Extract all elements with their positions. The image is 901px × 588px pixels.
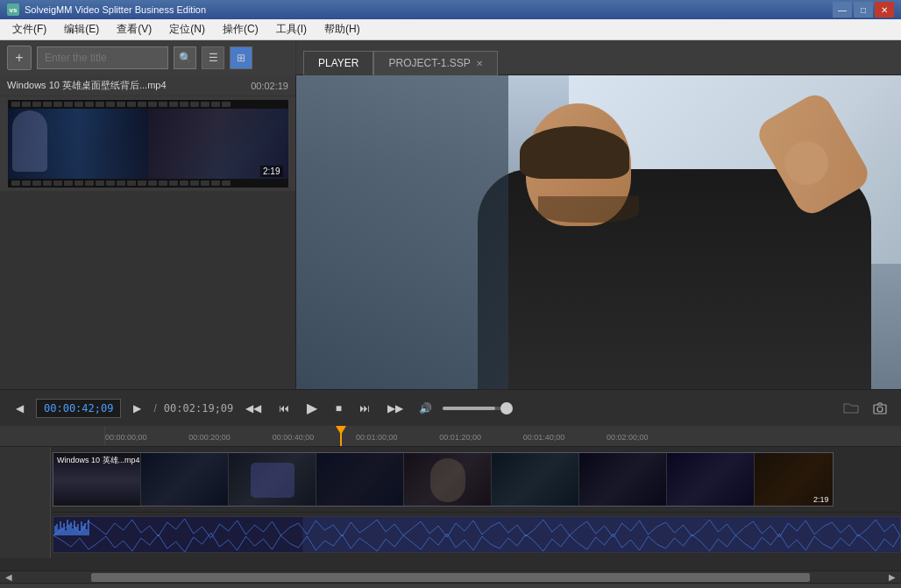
film-hole [74, 181, 83, 186]
film-hole [117, 102, 125, 107]
grid-icon: ⊞ [237, 52, 245, 64]
menu-tools[interactable]: 工具(I) [267, 19, 316, 40]
film-hole [22, 181, 31, 186]
total-time-display: 00:02:19;09 [164, 402, 233, 414]
film-hole [74, 102, 83, 107]
folder-icon-button[interactable] [840, 399, 862, 418]
window-title: SolveigMM Video Splitter Business Editio… [25, 4, 206, 15]
time-separator: / [153, 402, 156, 414]
film-hole [106, 181, 115, 186]
film-hole [85, 181, 94, 186]
film-hole [211, 181, 220, 186]
search-button[interactable]: 🔍 [174, 46, 196, 69]
maximize-button[interactable]: □ [854, 2, 873, 18]
stop-button[interactable]: ■ [330, 399, 347, 418]
menu-locate[interactable]: 定位(N) [160, 19, 214, 40]
prev-frame-button[interactable]: ◀ [11, 399, 29, 418]
film-hole [169, 102, 178, 107]
scroll-right-arrow[interactable]: ▶ [885, 572, 899, 582]
menu-help[interactable]: 帮助(H) [316, 19, 369, 40]
film-hole [127, 181, 136, 186]
video-clip[interactable]: Windows 10 英雄...mp4 2:19 [53, 452, 834, 507]
track-label-audio [0, 513, 51, 558]
tab-bar: PLAYER PROJECT-1.SSP ✕ [296, 40, 901, 75]
file-thumbnail[interactable]: 2:19 [8, 100, 288, 188]
film-hole [138, 102, 146, 107]
next-mark-button[interactable]: ⏭ [354, 399, 375, 418]
ruler-mark-6: 00:02:00;00 [607, 433, 649, 442]
add-media-button[interactable]: + [7, 46, 32, 70]
minimize-button[interactable]: — [833, 2, 852, 18]
film-hole [180, 102, 188, 107]
timeline-ruler: 00:00:00;00 00:00:20;00 00:00:40;00 00:0… [0, 426, 901, 447]
film-hole [159, 102, 167, 107]
film-strip-top [8, 100, 288, 109]
rewind-button[interactable]: ◀◀ [240, 399, 266, 418]
fast-forward-button[interactable]: ▶▶ [382, 399, 408, 418]
list-view-button[interactable]: ☰ [202, 46, 224, 69]
ruler-mark-1: 00:00:20;00 [188, 433, 231, 442]
horizontal-scrollbar[interactable]: ◀ ▶ [0, 570, 901, 583]
file-name: Windows 10 英雄桌面壁纸背后...mp4 [7, 79, 251, 92]
menu-edit[interactable]: 编辑(E) [55, 19, 108, 40]
ruler-marks: 00:00:00;00 00:00:20;00 00:00:40;00 00:0… [105, 426, 901, 446]
video-track: Windows 10 英雄...mp4 2:19 [0, 447, 901, 513]
menu-view[interactable]: 查看(V) [108, 19, 160, 40]
film-hole [64, 102, 73, 107]
tab-project[interactable]: PROJECT-1.SSP ✕ [373, 51, 497, 75]
file-duration: 00:02:19 [251, 81, 288, 91]
current-time-display[interactable]: 00:00:42;09 [36, 399, 121, 418]
tab-close-icon[interactable]: ✕ [476, 59, 483, 68]
toolbar-row: + 🔍 ☰ ⊞ PLAYER PROJECT-1.SSP ✕ [0, 40, 901, 75]
film-hole [22, 102, 31, 107]
film-hole [53, 181, 62, 186]
clip-frames [53, 453, 833, 506]
volume-button[interactable]: 🔊 [415, 399, 436, 418]
scrollbar-thumb[interactable] [91, 573, 809, 582]
film-hole [32, 102, 41, 107]
playhead[interactable] [340, 426, 342, 446]
film-hole [148, 102, 157, 107]
ruler-mark-4: 00:01:20;00 [439, 433, 481, 442]
video-content [296, 75, 901, 389]
file-list-item[interactable]: Windows 10 英雄桌面壁纸背后...mp4 00:02:19 [0, 75, 295, 96]
film-hole [53, 102, 62, 107]
search-input[interactable] [37, 46, 168, 69]
video-player[interactable] [296, 75, 901, 389]
volume-slider[interactable] [443, 402, 513, 414]
film-hole [190, 102, 199, 107]
title-bar: vs SolveigMM Video Splitter Business Edi… [0, 0, 901, 19]
film-hole [148, 181, 157, 186]
film-hole [32, 181, 41, 186]
film-hole [190, 181, 199, 186]
waveform-svg [53, 517, 900, 553]
screenshot-button[interactable] [869, 399, 890, 418]
window-controls: — □ ✕ [833, 2, 894, 18]
play-button[interactable]: ▶ [302, 396, 323, 420]
film-strip-bottom [8, 179, 288, 188]
grid-view-button[interactable]: ⊞ [230, 46, 252, 69]
film-hole [159, 181, 167, 186]
film-hole [138, 181, 146, 186]
list-icon: ☰ [209, 52, 218, 64]
menu-file[interactable]: 文件(F) [4, 19, 55, 40]
next-frame-button[interactable]: ▶ [128, 399, 146, 418]
film-hole [222, 181, 231, 186]
film-hole [106, 102, 115, 107]
bottom-toolbar: 🔊 Cut ▼ ◀ ◀ ▶ ◀ ▶ Save 下载集 [0, 583, 901, 588]
menu-bar: 文件(F) 编辑(E) 查看(V) 定位(N) 操作(C) 工具(I) 帮助(H… [0, 19, 901, 40]
svg-rect-23 [302, 517, 900, 553]
player-controls: ◀ 00:00:42;09 ▶ / 00:02:19;09 ◀◀ ⏮ ▶ ■ ⏭… [0, 389, 901, 426]
film-hole [11, 102, 20, 107]
search-icon: 🔍 [179, 52, 192, 64]
left-panel: Windows 10 英雄桌面壁纸背后...mp4 00:02:19 [0, 75, 296, 389]
playhead-triangle [336, 426, 346, 435]
film-hole [117, 181, 125, 186]
film-hole [211, 102, 220, 107]
menu-operate[interactable]: 操作(C) [214, 19, 267, 40]
prev-mark-button[interactable]: ⏮ [273, 399, 294, 418]
scroll-left-arrow[interactable]: ◀ [2, 572, 16, 582]
tab-player[interactable]: PLAYER [303, 51, 373, 75]
close-button[interactable]: ✕ [875, 2, 894, 18]
clip-duration: 2:19 [813, 495, 829, 504]
